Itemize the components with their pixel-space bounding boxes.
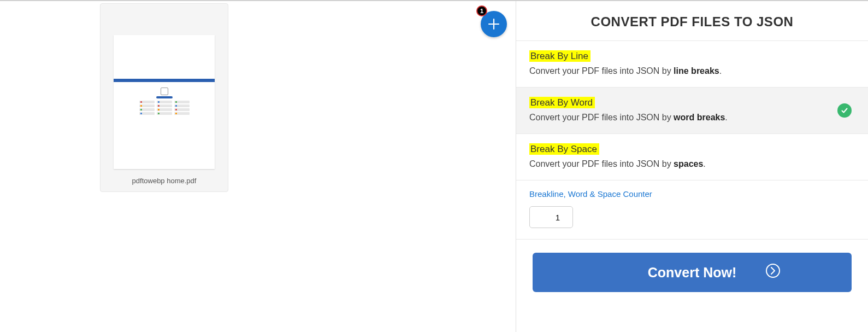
option-title: Break By Line — [529, 50, 591, 62]
counter-label: Breakline, Word & Space Counter — [529, 189, 855, 199]
option-description: Convert your PDF files into JSON by spac… — [529, 159, 855, 169]
arrow-right-circle-icon — [765, 263, 781, 282]
check-icon — [837, 103, 852, 118]
file-card[interactable]: pdftowebp home.pdf — [100, 3, 228, 192]
option-break-by-word[interactable]: Break By Word Convert your PDF files int… — [516, 88, 868, 134]
option-break-by-space[interactable]: Break By Space Convert your PDF files in… — [516, 134, 868, 180]
counter-section: Breakline, Word & Space Counter — [516, 180, 868, 240]
file-count-badge: 1 — [476, 5, 487, 16]
convert-button[interactable]: Convert Now! — [533, 253, 852, 292]
file-name-label: pdftowebp home.pdf — [132, 177, 197, 185]
option-description: Convert your PDF files into JSON by word… — [529, 113, 855, 123]
svg-point-0 — [766, 264, 780, 277]
option-description: Convert your PDF files into JSON by line… — [529, 66, 855, 76]
plus-icon — [488, 18, 500, 30]
convert-button-label: Convert Now! — [648, 265, 737, 281]
file-preview-pane: pdftowebp home.pdf 1 — [0, 1, 516, 332]
option-title: Break By Space — [529, 143, 599, 155]
file-thumbnail — [114, 35, 215, 169]
add-file-button[interactable]: 1 — [481, 11, 507, 37]
option-title: Break By Word — [529, 97, 595, 108]
option-break-by-line[interactable]: Break By Line Convert your PDF files int… — [516, 41, 868, 88]
panel-title: CONVERT PDF FILES TO JSON — [516, 1, 868, 41]
options-pane: CONVERT PDF FILES TO JSON Break By Line … — [516, 1, 868, 332]
counter-input[interactable] — [529, 206, 573, 228]
